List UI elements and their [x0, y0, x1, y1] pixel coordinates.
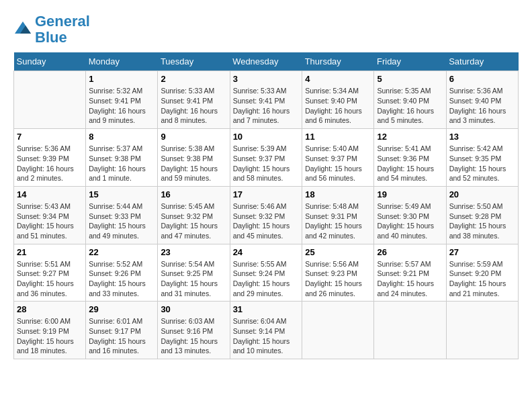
calendar-cell: 23Sunrise: 5:54 AMSunset: 9:25 PMDayligh…	[158, 244, 230, 302]
column-header-wednesday: Wednesday	[230, 52, 302, 71]
day-detail: Sunrise: 5:41 AMSunset: 9:36 PMDaylight:…	[377, 144, 443, 183]
day-number: 21	[17, 247, 83, 257]
calendar-cell: 26Sunrise: 5:57 AMSunset: 9:21 PMDayligh…	[374, 244, 446, 302]
calendar-cell: 21Sunrise: 5:51 AMSunset: 9:27 PMDayligh…	[14, 244, 86, 302]
calendar-cell: 14Sunrise: 5:43 AMSunset: 9:34 PMDayligh…	[14, 186, 86, 244]
day-number: 24	[233, 247, 300, 257]
column-header-saturday: Saturday	[446, 52, 518, 71]
logo-icon	[13, 20, 32, 39]
day-detail: Sunrise: 5:43 AMSunset: 9:34 PMDaylight:…	[17, 201, 83, 241]
day-detail: Sunrise: 5:36 AMSunset: 9:40 PMDaylight:…	[449, 86, 515, 126]
day-number: 28	[17, 304, 83, 314]
calendar-cell: 3Sunrise: 5:33 AMSunset: 9:41 PMDaylight…	[230, 71, 302, 129]
calendar-cell: 10Sunrise: 5:39 AMSunset: 9:37 PMDayligh…	[230, 129, 302, 187]
column-header-friday: Friday	[374, 52, 446, 71]
day-detail: Sunrise: 5:44 AMSunset: 9:33 PMDaylight:…	[89, 201, 154, 241]
day-number: 4	[305, 74, 371, 84]
calendar-cell	[446, 302, 518, 359]
calendar-cell	[374, 302, 446, 359]
day-detail: Sunrise: 5:52 AMSunset: 9:26 PMDaylight:…	[89, 259, 154, 299]
calendar-cell: 16Sunrise: 5:45 AMSunset: 9:32 PMDayligh…	[158, 186, 230, 244]
calendar-cell: 6Sunrise: 5:36 AMSunset: 9:40 PMDaylight…	[446, 71, 518, 129]
calendar-header: SundayMondayTuesdayWednesdayThursdayFrid…	[14, 52, 519, 71]
day-detail: Sunrise: 5:35 AMSunset: 9:40 PMDaylight:…	[377, 86, 443, 126]
column-header-sunday: Sunday	[14, 52, 86, 71]
day-number: 15	[89, 189, 154, 199]
calendar-week-4: 21Sunrise: 5:51 AMSunset: 9:27 PMDayligh…	[14, 244, 519, 302]
day-detail: Sunrise: 5:51 AMSunset: 9:27 PMDaylight:…	[17, 259, 83, 299]
day-detail: Sunrise: 5:59 AMSunset: 9:20 PMDaylight:…	[449, 259, 515, 299]
day-detail: Sunrise: 5:42 AMSunset: 9:35 PMDaylight:…	[449, 144, 515, 183]
day-number: 27	[449, 247, 515, 257]
calendar-cell: 27Sunrise: 5:59 AMSunset: 9:20 PMDayligh…	[446, 244, 518, 302]
calendar-week-1: 1Sunrise: 5:32 AMSunset: 9:41 PMDaylight…	[14, 71, 519, 129]
day-number: 18	[305, 189, 371, 199]
day-detail: Sunrise: 5:33 AMSunset: 9:41 PMDaylight:…	[233, 86, 300, 126]
day-number: 14	[17, 189, 83, 199]
column-header-monday: Monday	[86, 52, 158, 71]
day-number: 29	[89, 304, 154, 314]
day-number: 16	[161, 189, 226, 199]
day-detail: Sunrise: 5:40 AMSunset: 9:37 PMDaylight:…	[305, 144, 371, 183]
calendar-cell: 13Sunrise: 5:42 AMSunset: 9:35 PMDayligh…	[446, 129, 518, 187]
calendar-cell: 18Sunrise: 5:48 AMSunset: 9:31 PMDayligh…	[302, 186, 374, 244]
calendar-cell: 5Sunrise: 5:35 AMSunset: 9:40 PMDaylight…	[374, 71, 446, 129]
page-header: General Blue	[13, 13, 519, 46]
calendar-week-5: 28Sunrise: 6:00 AMSunset: 9:19 PMDayligh…	[14, 302, 519, 359]
column-header-thursday: Thursday	[302, 52, 374, 71]
day-number: 7	[17, 132, 83, 142]
day-number: 5	[377, 74, 443, 84]
day-detail: Sunrise: 5:32 AMSunset: 9:41 PMDaylight:…	[89, 86, 154, 126]
calendar-cell: 25Sunrise: 5:56 AMSunset: 9:23 PMDayligh…	[302, 244, 374, 302]
day-number: 30	[161, 304, 226, 314]
calendar-cell: 28Sunrise: 6:00 AMSunset: 9:19 PMDayligh…	[14, 302, 86, 359]
day-detail: Sunrise: 5:39 AMSunset: 9:37 PMDaylight:…	[233, 144, 300, 183]
calendar-cell: 31Sunrise: 6:04 AMSunset: 9:14 PMDayligh…	[230, 302, 302, 359]
calendar-body: 1Sunrise: 5:32 AMSunset: 9:41 PMDaylight…	[14, 71, 519, 359]
calendar-cell: 19Sunrise: 5:49 AMSunset: 9:30 PMDayligh…	[374, 186, 446, 244]
calendar-cell: 9Sunrise: 5:38 AMSunset: 9:38 PMDaylight…	[158, 129, 230, 187]
day-detail: Sunrise: 5:34 AMSunset: 9:40 PMDaylight:…	[305, 86, 371, 126]
day-detail: Sunrise: 6:03 AMSunset: 9:16 PMDaylight:…	[161, 316, 226, 356]
day-detail: Sunrise: 5:36 AMSunset: 9:39 PMDaylight:…	[17, 144, 83, 183]
day-number: 10	[233, 132, 300, 142]
day-detail: Sunrise: 5:46 AMSunset: 9:32 PMDaylight:…	[233, 201, 300, 241]
day-detail: Sunrise: 5:57 AMSunset: 9:21 PMDaylight:…	[377, 259, 443, 299]
calendar-cell: 7Sunrise: 5:36 AMSunset: 9:39 PMDaylight…	[14, 129, 86, 187]
day-detail: Sunrise: 6:00 AMSunset: 9:19 PMDaylight:…	[17, 316, 83, 356]
day-number: 23	[161, 247, 226, 257]
day-number: 2	[161, 74, 226, 84]
calendar-cell: 4Sunrise: 5:34 AMSunset: 9:40 PMDaylight…	[302, 71, 374, 129]
calendar-cell: 17Sunrise: 5:46 AMSunset: 9:32 PMDayligh…	[230, 186, 302, 244]
logo: General Blue	[13, 13, 90, 46]
calendar-cell: 22Sunrise: 5:52 AMSunset: 9:26 PMDayligh…	[86, 244, 158, 302]
day-number: 1	[89, 74, 154, 84]
day-number: 22	[89, 247, 154, 257]
day-number: 13	[449, 132, 515, 142]
calendar-cell: 29Sunrise: 6:01 AMSunset: 9:17 PMDayligh…	[86, 302, 158, 359]
day-detail: Sunrise: 5:37 AMSunset: 9:38 PMDaylight:…	[89, 144, 154, 183]
calendar-cell: 12Sunrise: 5:41 AMSunset: 9:36 PMDayligh…	[374, 129, 446, 187]
day-detail: Sunrise: 5:38 AMSunset: 9:38 PMDaylight:…	[161, 144, 226, 183]
day-detail: Sunrise: 6:04 AMSunset: 9:14 PMDaylight:…	[233, 316, 300, 356]
calendar-cell: 8Sunrise: 5:37 AMSunset: 9:38 PMDaylight…	[86, 129, 158, 187]
day-detail: Sunrise: 6:01 AMSunset: 9:17 PMDaylight:…	[89, 316, 154, 356]
day-number: 19	[377, 189, 443, 199]
calendar-cell: 20Sunrise: 5:50 AMSunset: 9:28 PMDayligh…	[446, 186, 518, 244]
calendar-week-3: 14Sunrise: 5:43 AMSunset: 9:34 PMDayligh…	[14, 186, 519, 244]
logo-text-line1: General	[35, 13, 90, 30]
day-number: 20	[449, 189, 515, 199]
day-detail: Sunrise: 5:55 AMSunset: 9:24 PMDaylight:…	[233, 259, 300, 299]
day-number: 8	[89, 132, 154, 142]
day-number: 12	[377, 132, 443, 142]
calendar-cell	[14, 71, 86, 129]
day-number: 26	[377, 247, 443, 257]
calendar-cell: 24Sunrise: 5:55 AMSunset: 9:24 PMDayligh…	[230, 244, 302, 302]
calendar-cell	[302, 302, 374, 359]
calendar-cell: 2Sunrise: 5:33 AMSunset: 9:41 PMDaylight…	[158, 71, 230, 129]
day-detail: Sunrise: 5:48 AMSunset: 9:31 PMDaylight:…	[305, 201, 371, 241]
day-number: 3	[233, 74, 300, 84]
calendar-cell: 15Sunrise: 5:44 AMSunset: 9:33 PMDayligh…	[86, 186, 158, 244]
day-detail: Sunrise: 5:33 AMSunset: 9:41 PMDaylight:…	[161, 86, 226, 126]
day-number: 25	[305, 247, 371, 257]
